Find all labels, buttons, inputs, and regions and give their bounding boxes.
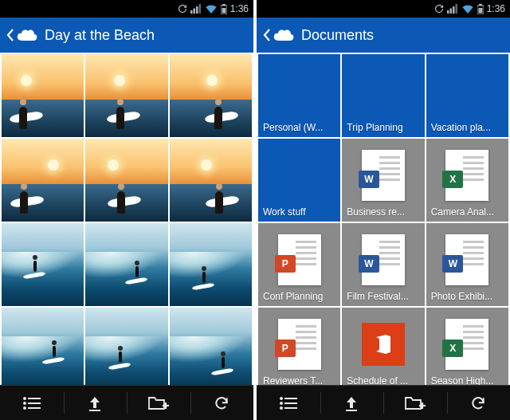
svg-rect-26 [284,402,297,404]
photo-thumb [170,54,252,137]
grid-tile[interactable] [85,139,167,222]
bottom-toolbar [0,385,253,420]
tile-label: Reviewers T... [258,373,340,385]
tile-label: Season High... [426,373,508,385]
folder-tile[interactable]: Work stuff [258,139,340,222]
tile-label: Photo Exhibi... [426,289,508,306]
file-tile[interactable]: P Conf Planning [258,223,340,306]
grid-tile[interactable] [85,54,167,137]
list-view-button[interactable] [0,386,64,420]
photo-grid [0,53,253,385]
photo-thumb [2,308,84,385]
status-time: 1:36 [230,3,249,14]
photo-thumb [85,308,167,385]
excel-file-icon: X [445,150,488,201]
folder-tile[interactable]: Vacation pla... [426,54,508,137]
file-grid: Personal (W...Trip PlanningVacation pla.… [257,53,510,385]
grid-tile[interactable] [170,308,252,385]
photo-thumb [2,54,84,137]
photo-thumb [170,139,252,222]
tile-label: Trip Planning [342,120,424,137]
file-tile[interactable]: X Season High... [426,308,508,385]
app-bar: Day at the Beach [0,18,253,53]
powerpoint-file-icon: P [278,319,321,370]
grid-tile[interactable] [170,54,252,137]
folder-tile[interactable]: Personal (W... [258,54,340,137]
tile-label: Camera Anal... [426,204,508,222]
svg-rect-29 [346,410,357,411]
upload-icon [344,395,359,411]
svg-rect-28 [284,407,297,409]
page-title: Documents [301,27,374,44]
svg-rect-16 [447,10,449,14]
photo-thumb [85,223,167,306]
upload-icon [88,395,102,411]
cloud-icon [273,28,295,42]
svg-point-27 [280,406,283,410]
tile-label: Personal (W... [258,120,340,137]
file-tile[interactable]: X Camera Anal... [426,139,508,222]
grid-tile[interactable] [170,139,252,222]
grid-tile[interactable] [85,308,167,385]
list-view-button[interactable] [257,386,320,420]
photo-thumb [170,223,252,306]
svg-rect-10 [28,402,41,404]
svg-rect-2 [196,6,198,14]
list-icon [280,397,297,410]
svg-rect-19 [455,4,457,14]
back-icon [263,28,271,42]
battery-icon [221,4,227,14]
file-tile[interactable]: W Film Festival... [342,223,424,306]
grid-tile[interactable] [2,223,84,306]
photo-thumb [2,139,84,222]
back-button[interactable] [6,28,38,42]
photo-thumb [2,223,84,306]
cloud-icon [16,28,38,42]
status-bar: 1:36 [0,0,253,18]
battery-icon [477,4,484,14]
status-bar: 1:36 [257,0,510,18]
grid-tile[interactable] [2,308,84,385]
file-tile[interactable]: W Business re... [342,139,424,222]
svg-rect-13 [89,410,100,411]
svg-rect-17 [449,9,452,14]
wifi-icon [205,4,218,14]
upload-button[interactable] [320,386,384,420]
grid-tile[interactable] [2,54,84,137]
word-file-icon: W [445,234,488,285]
back-icon [6,28,14,42]
phone-left: 1:36 Day at the Beach [0,0,253,420]
new-folder-button[interactable] [383,386,447,420]
word-file-icon: W [362,234,405,285]
wifi-icon [461,4,474,14]
file-tile[interactable]: W Photo Exhibi... [426,223,508,306]
refresh-button[interactable] [190,386,254,420]
tile-label: Work stuff [258,204,340,222]
svg-rect-22 [478,8,482,14]
app-bar: Documents [257,18,510,53]
powerpoint-file-icon: P [278,234,321,285]
svg-rect-3 [198,4,201,14]
svg-point-7 [23,397,26,400]
photo-thumb [85,139,167,222]
grid-tile[interactable] [2,139,84,222]
file-tile[interactable]: P Reviewers T... [258,308,340,385]
refresh-button[interactable] [447,386,511,420]
grid-tile[interactable] [85,223,167,306]
back-button[interactable] [263,28,295,42]
tile-label: Business re... [342,204,424,222]
tile-label: Vacation pla... [426,120,508,137]
new-folder-button[interactable] [127,386,190,420]
folder-tile[interactable]: Trip Planning [342,54,424,137]
svg-rect-8 [28,398,41,399]
status-time: 1:36 [487,3,505,14]
refresh-icon [469,395,487,411]
word-file-icon: W [362,150,405,201]
upload-button[interactable] [64,386,128,420]
file-tile[interactable]: Schedule of ... [342,308,424,385]
grid-tile[interactable] [170,223,252,306]
phone-right: 1:36 Documents Personal (W...Trip Planni… [257,0,510,420]
new-folder-icon [405,396,426,410]
tile-label: Conf Planning [258,289,340,306]
sync-icon [178,4,187,14]
